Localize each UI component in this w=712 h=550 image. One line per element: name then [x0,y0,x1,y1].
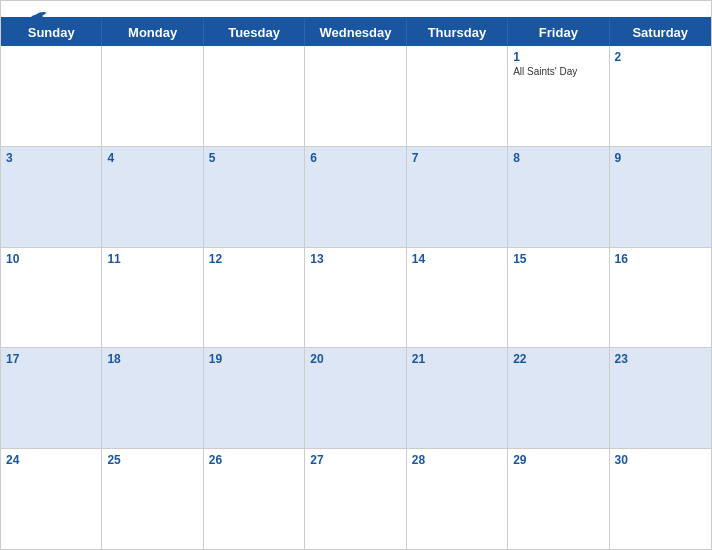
day-cell: 2 [610,46,711,146]
day-header-saturday: Saturday [610,19,711,46]
day-cell: 13 [305,248,406,348]
day-number: 27 [310,453,400,467]
day-number: 28 [412,453,502,467]
day-number: 3 [6,151,96,165]
day-cell: 14 [407,248,508,348]
day-cell: 29 [508,449,609,549]
day-cell: 28 [407,449,508,549]
day-cell: 6 [305,147,406,247]
day-number: 11 [107,252,197,266]
day-cell: 7 [407,147,508,247]
day-cell: 4 [102,147,203,247]
day-number: 1 [513,50,603,64]
day-number: 14 [412,252,502,266]
day-number: 19 [209,352,299,366]
day-number: 13 [310,252,400,266]
day-number: 5 [209,151,299,165]
day-number: 16 [615,252,706,266]
logo-bird-icon [21,9,49,29]
day-number: 12 [209,252,299,266]
day-number: 10 [6,252,96,266]
day-number: 30 [615,453,706,467]
day-number: 23 [615,352,706,366]
day-number: 15 [513,252,603,266]
day-cell: 21 [407,348,508,448]
day-header-friday: Friday [508,19,609,46]
day-cell [407,46,508,146]
day-cell: 12 [204,248,305,348]
week-row-5: 24252627282930 [1,449,711,549]
day-number: 7 [412,151,502,165]
day-cell: 10 [1,248,102,348]
calendar-page: SundayMondayTuesdayWednesdayThursdayFrid… [0,0,712,550]
day-number: 22 [513,352,603,366]
day-number: 6 [310,151,400,165]
day-header-tuesday: Tuesday [204,19,305,46]
day-number: 26 [209,453,299,467]
holiday-label: All Saints' Day [513,66,603,78]
day-cell: 26 [204,449,305,549]
day-cell: 22 [508,348,609,448]
day-cell: 23 [610,348,711,448]
day-headers-row: SundayMondayTuesdayWednesdayThursdayFrid… [1,19,711,46]
day-number: 25 [107,453,197,467]
day-cell: 20 [305,348,406,448]
day-cell [102,46,203,146]
day-header-monday: Monday [102,19,203,46]
calendar-weeks: 1All Saints' Day234567891011121314151617… [1,46,711,549]
week-row-2: 3456789 [1,147,711,248]
day-header-thursday: Thursday [407,19,508,46]
day-number: 18 [107,352,197,366]
day-header-wednesday: Wednesday [305,19,406,46]
day-cell: 17 [1,348,102,448]
day-cell [305,46,406,146]
day-number: 29 [513,453,603,467]
day-cell: 3 [1,147,102,247]
day-cell: 8 [508,147,609,247]
day-cell: 24 [1,449,102,549]
week-row-3: 10111213141516 [1,248,711,349]
day-cell: 18 [102,348,203,448]
week-row-1: 1All Saints' Day2 [1,46,711,147]
day-number: 20 [310,352,400,366]
day-number: 8 [513,151,603,165]
day-number: 4 [107,151,197,165]
day-cell: 11 [102,248,203,348]
day-cell [204,46,305,146]
day-cell: 19 [204,348,305,448]
day-cell: 9 [610,147,711,247]
day-number: 9 [615,151,706,165]
day-number: 17 [6,352,96,366]
day-cell: 5 [204,147,305,247]
day-cell: 30 [610,449,711,549]
day-cell: 27 [305,449,406,549]
calendar-grid: SundayMondayTuesdayWednesdayThursdayFrid… [1,17,711,549]
day-number: 24 [6,453,96,467]
logo [17,9,49,29]
week-row-4: 17181920212223 [1,348,711,449]
day-cell: 15 [508,248,609,348]
day-number: 2 [615,50,706,64]
day-number: 21 [412,352,502,366]
day-cell: 25 [102,449,203,549]
day-cell: 1All Saints' Day [508,46,609,146]
day-cell: 16 [610,248,711,348]
day-cell [1,46,102,146]
calendar-header [1,1,711,17]
